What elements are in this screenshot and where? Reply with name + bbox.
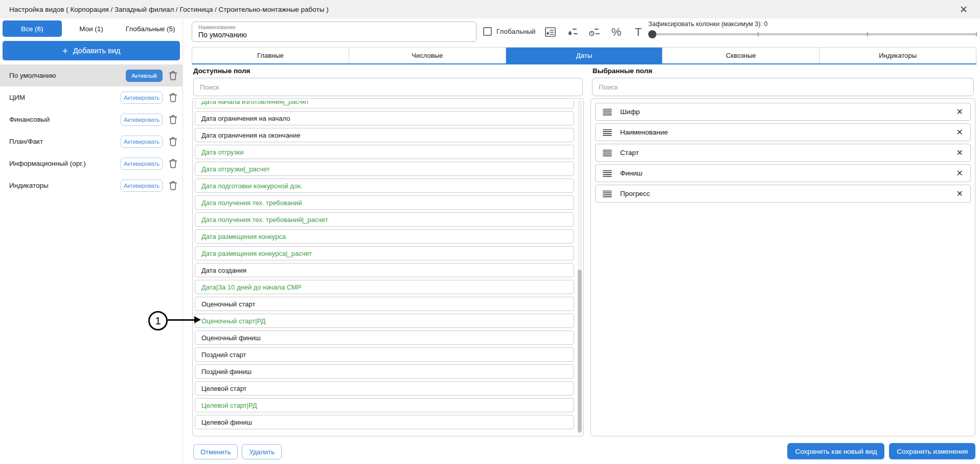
available-fields-title: Доступные поля bbox=[193, 67, 250, 75]
selected-field-item[interactable]: Финиш✕ bbox=[595, 164, 971, 182]
trash-icon[interactable] bbox=[169, 115, 177, 124]
available-field-item[interactable]: Оценочный старт bbox=[195, 297, 574, 311]
view-name-input[interactable]: Наименование По умолчанию bbox=[192, 21, 476, 42]
annotation-arrow-line bbox=[168, 319, 195, 321]
sidebar-tab-0[interactable]: Все (6) bbox=[3, 20, 62, 37]
view-row[interactable]: Информационный (орг.)Активировать bbox=[0, 152, 183, 174]
main-panel: Наименование По умолчанию Глобальный bbox=[190, 18, 980, 464]
available-search-input[interactable] bbox=[193, 78, 583, 96]
view-name: Финансовый bbox=[9, 116, 121, 123]
available-field-item[interactable]: Целевой финиш bbox=[195, 415, 574, 429]
view-name: Информационный (орг.) bbox=[9, 160, 121, 167]
add-view-button[interactable]: + Добавить вид bbox=[3, 41, 180, 60]
available-field-item[interactable]: Дата подготовки конкурсной док. bbox=[195, 179, 574, 193]
slider-tick bbox=[976, 32, 977, 36]
category-tab-3[interactable]: Сквозные bbox=[662, 48, 819, 63]
available-field-item[interactable]: Дата создания bbox=[195, 263, 574, 277]
available-field-item[interactable]: Дата ограничения на окончание bbox=[195, 128, 574, 142]
remove-field-icon[interactable]: ✕ bbox=[956, 190, 963, 198]
fill-condition-icon[interactable] bbox=[565, 25, 579, 40]
view-row[interactable]: ЦИМАктивировать bbox=[0, 86, 183, 108]
delete-button[interactable]: Удалить bbox=[242, 444, 282, 459]
activate-button[interactable]: Активировать bbox=[121, 136, 163, 148]
close-icon[interactable]: ✕ bbox=[960, 5, 968, 14]
add-view-label: Добавить вид bbox=[73, 47, 120, 55]
views-list: По умолчаниюАктивныйЦИМАктивироватьФинан… bbox=[0, 64, 183, 196]
global-checkbox[interactable] bbox=[483, 27, 492, 36]
view-row[interactable]: План/ФактАктивировать bbox=[0, 130, 183, 152]
drag-handle-icon[interactable] bbox=[603, 108, 612, 116]
view-name: По умолчанию bbox=[9, 72, 126, 79]
category-tabs-underline bbox=[192, 63, 976, 64]
available-field-item[interactable]: Поздний финиш bbox=[195, 364, 574, 379]
available-field-item[interactable]: Дата получения тех. требований|_расчет bbox=[195, 212, 574, 227]
activate-button[interactable]: Активировать bbox=[121, 180, 163, 192]
selected-fields-panel: Шифр✕Наименование✕Старт✕Финиш✕Прогресс✕ bbox=[590, 98, 975, 436]
selected-field-item[interactable]: Наименование✕ bbox=[595, 123, 971, 141]
available-fields-list: Дата начала изготовления|_расчетДата огр… bbox=[195, 101, 574, 434]
fix-columns-control: Зафиксировать колонки (максимум 3): 0 bbox=[648, 20, 977, 35]
available-field-item[interactable]: Оценочный старт|РД bbox=[195, 314, 574, 328]
drag-handle-icon[interactable] bbox=[603, 190, 612, 197]
available-field-item[interactable]: Целевой старт bbox=[195, 381, 574, 395]
global-checkbox-row: Глобальный bbox=[483, 27, 536, 36]
available-field-item[interactable]: Дата размещения конкурса|_расчет bbox=[195, 246, 574, 260]
activate-button[interactable]: Активировать bbox=[121, 114, 163, 126]
category-tab-4[interactable]: Индикаторы bbox=[819, 48, 976, 63]
text-format-icon[interactable]: T bbox=[631, 25, 645, 40]
available-field-item[interactable]: Дата|За 10 дней до начала СМР bbox=[195, 280, 574, 294]
selected-field-item[interactable]: Старт✕ bbox=[595, 144, 971, 162]
available-field-item[interactable]: Оценочный финиш bbox=[195, 330, 574, 345]
activate-button[interactable]: Активировать bbox=[121, 158, 163, 170]
remove-field-icon[interactable]: ✕ bbox=[956, 149, 963, 157]
views-sidebar: Все (6)Мои (1)Глобальные (5) + Добавить … bbox=[0, 18, 183, 464]
fix-columns-slider[interactable] bbox=[648, 33, 977, 35]
view-row[interactable]: ИндикаторыАктивировать bbox=[0, 174, 183, 196]
time-condition-icon[interactable] bbox=[587, 25, 601, 40]
trash-icon[interactable] bbox=[169, 93, 177, 102]
category-tab-2[interactable]: Даты bbox=[506, 48, 663, 63]
save-as-new-button[interactable]: Сохранить как новый вид bbox=[787, 443, 884, 459]
category-tab-0[interactable]: Главные bbox=[192, 48, 349, 63]
drag-handle-icon[interactable] bbox=[603, 170, 612, 177]
remove-field-icon[interactable]: ✕ bbox=[956, 108, 963, 116]
trash-icon[interactable] bbox=[169, 159, 177, 168]
cancel-button[interactable]: Отменить bbox=[193, 444, 238, 459]
drag-handle-icon[interactable] bbox=[603, 129, 612, 136]
selected-field-item[interactable]: Прогресс✕ bbox=[595, 185, 971, 203]
plus-icon: + bbox=[62, 46, 68, 56]
available-field-item[interactable]: Дата начала изготовления|_расчет bbox=[195, 101, 574, 108]
trash-icon[interactable] bbox=[169, 181, 177, 190]
slider-thumb[interactable] bbox=[648, 30, 656, 38]
selected-field-label: Наименование bbox=[620, 128, 668, 136]
available-field-item[interactable]: Дата отгрузки|_расчет bbox=[195, 162, 574, 176]
drag-handle-icon[interactable] bbox=[603, 149, 612, 157]
view-row[interactable]: По умолчаниюАктивный bbox=[0, 64, 183, 86]
trash-icon[interactable] bbox=[169, 71, 177, 80]
available-field-item[interactable]: Дата размещения конкурса bbox=[195, 229, 574, 244]
fix-columns-label: Зафиксировать колонки (максимум 3): 0 bbox=[648, 20, 977, 28]
sidebar-tab-2[interactable]: Глобальные (5) bbox=[121, 20, 180, 37]
available-field-item[interactable]: Целевой старт|РД bbox=[195, 398, 574, 412]
annotation-arrow-head bbox=[194, 316, 201, 323]
remove-field-icon[interactable]: ✕ bbox=[956, 128, 963, 137]
selected-search-input[interactable] bbox=[592, 78, 974, 96]
activate-button[interactable]: Активировать bbox=[121, 92, 163, 104]
available-field-item[interactable]: Дата отгрузки bbox=[195, 145, 574, 159]
slider-tick bbox=[758, 32, 759, 36]
available-field-item[interactable]: Дата ограничения на начало bbox=[195, 111, 574, 125]
available-field-item[interactable]: Дата получения тех. требований bbox=[195, 195, 574, 210]
save-changes-button[interactable]: Сохранить изменения bbox=[889, 443, 975, 459]
sidebar-tab-1[interactable]: Мои (1) bbox=[62, 20, 121, 37]
category-tabs: ГлавныеЧисловыеДатыСквозныеИндикаторы bbox=[192, 47, 976, 63]
scrollbar-thumb[interactable] bbox=[578, 270, 582, 432]
remove-field-icon[interactable]: ✕ bbox=[956, 169, 963, 178]
percent-icon[interactable]: % bbox=[609, 25, 623, 40]
trash-icon[interactable] bbox=[169, 137, 177, 146]
view-name-label: Наименование bbox=[198, 24, 470, 30]
view-row[interactable]: ФинансовыйАктивировать bbox=[0, 108, 183, 130]
row-fill-rules-icon[interactable] bbox=[543, 25, 557, 40]
category-tab-1[interactable]: Числовые bbox=[349, 48, 506, 63]
available-field-item[interactable]: Поздний старт bbox=[195, 347, 574, 362]
selected-field-item[interactable]: Шифр✕ bbox=[595, 103, 971, 121]
